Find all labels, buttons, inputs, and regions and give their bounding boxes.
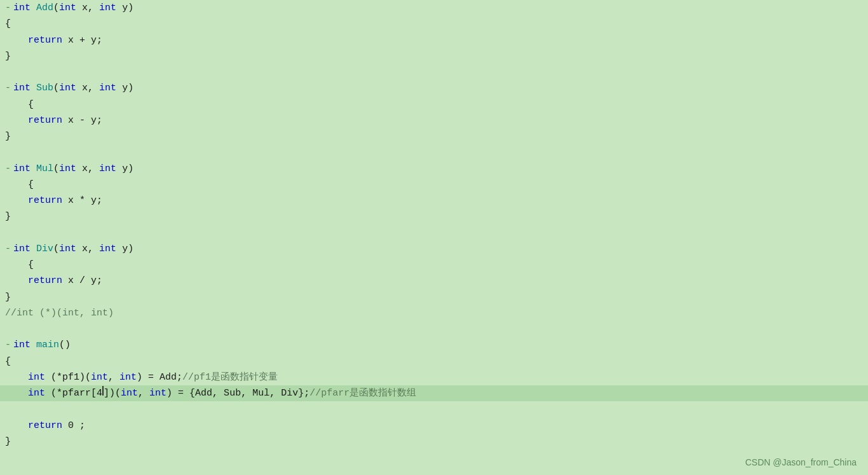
line-prefix: - <box>5 81 11 95</box>
code-line-12: { <box>0 177 868 193</box>
code-line-15 <box>0 225 868 241</box>
code-line-14: } <box>0 209 868 224</box>
code-line-18: return x / y; <box>0 273 868 289</box>
watermark-text: CSDN @Jason_from_China <box>745 457 857 467</box>
code-line-3: return x + y; <box>0 32 868 48</box>
code-line-21 <box>0 321 868 337</box>
code-line-25: int (*pfarr[4])(int, int) = {Add, Sub, M… <box>0 385 868 401</box>
code-line-1: -int Add(int x, int y) <box>0 0 868 16</box>
code-line-7: { <box>0 97 868 113</box>
code-line-24: int (*pf1)(int, int) = Add;//pf1是函数指针变量 <box>0 369 868 385</box>
code-line-20: //int (*)(int, int) <box>0 305 868 321</box>
code-line-4: } <box>0 48 868 64</box>
code-line-2: { <box>0 16 868 32</box>
line-prefix: - <box>5 162 11 176</box>
code-line-8: return x - y; <box>0 113 868 128</box>
code-line-17: { <box>0 257 868 273</box>
line-prefix: - <box>5 242 11 256</box>
code-line-6: -int Sub(int x, int y) <box>0 80 868 96</box>
code-line-16: -int Div(int x, int y) <box>0 241 868 257</box>
code-line-9: } <box>0 128 868 144</box>
code-line-28: } <box>0 434 868 450</box>
code-line-26 <box>0 401 868 417</box>
code-line-10 <box>0 144 868 160</box>
code-line-19: } <box>0 289 868 305</box>
code-line-23: { <box>0 354 868 369</box>
line-prefix: - <box>5 338 11 352</box>
code-line-11: -int Mul(int x, int y) <box>0 161 868 177</box>
code-line-27: return 0 ; <box>0 418 868 434</box>
code-line-5 <box>0 64 868 80</box>
code-editor: -int Add(int x, int y) { return x + y; }… <box>0 0 868 475</box>
code-line-13: return x * y; <box>0 193 868 209</box>
code-line-22: -int main() <box>0 337 868 353</box>
line-prefix: - <box>5 1 11 15</box>
